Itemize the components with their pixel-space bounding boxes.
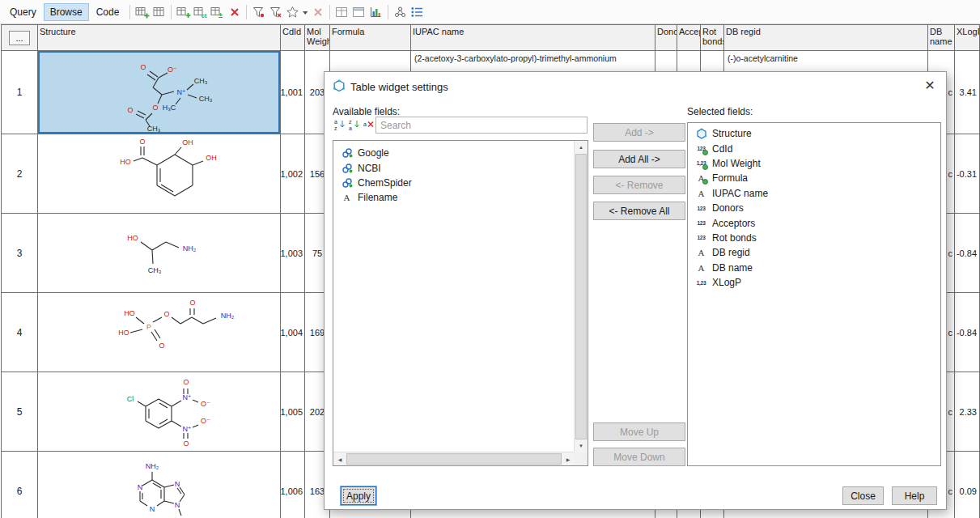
vertical-scrollbar[interactable]: ▲ ▼ — [574, 141, 588, 452]
svg-text:O: O — [159, 342, 164, 350]
selected-field-item[interactable]: A DB name — [688, 261, 940, 275]
structure-cell[interactable]: HO HO P O O O NH₂ — [38, 293, 281, 372]
row-number[interactable]: 4 — [2, 293, 38, 372]
add-all-button[interactable]: Add All -> — [593, 150, 685, 168]
remove-field-icon[interactable] — [226, 4, 243, 20]
new-table-icon[interactable] — [134, 4, 151, 20]
filter-icon[interactable] — [250, 4, 267, 20]
available-field-item[interactable]: A Filename — [333, 190, 575, 205]
calculated-field-icon[interactable]: ct — [192, 4, 209, 20]
row-number[interactable]: 6 — [2, 452, 38, 518]
edit-fields-icon[interactable]: ± — [209, 4, 226, 20]
cdid-cell[interactable]: 1,004 — [281, 293, 305, 372]
available-field-item[interactable]: ChemSpider — [333, 176, 575, 190]
scroll-left-icon[interactable]: ◀ — [333, 452, 346, 465]
selected-fields-list[interactable]: Structure 123 CdId 1,23 Mol Weight A For… — [687, 122, 941, 466]
toolbar-separator — [246, 5, 247, 19]
available-field-item[interactable]: NCBI — [333, 160, 575, 175]
xlogp-cell[interactable]: -0.31 — [955, 134, 980, 214]
selected-field-item[interactable]: 1,23 Mol Weight — [688, 156, 940, 171]
search-input[interactable] — [375, 117, 588, 134]
field-label: Structure — [712, 128, 752, 139]
svg-text:H₃C: H₃C — [162, 104, 176, 112]
column-header-structure[interactable]: Structure — [38, 25, 281, 51]
column-header-mol-weight[interactable]: Mol Weight — [305, 25, 330, 51]
row-number[interactable]: 5 — [2, 372, 38, 452]
xlogp-cell[interactable]: -0.84 — [955, 214, 980, 293]
tab-browse[interactable]: Browse — [44, 3, 89, 21]
clear-sort-icon[interactable]: a — [362, 117, 375, 131]
column-header-formula[interactable]: Formula — [330, 25, 411, 51]
selected-field-item[interactable]: 123 Rot bonds — [688, 231, 940, 245]
svg-text:O: O — [139, 138, 145, 146]
column-header-db-name[interactable]: DB name — [928, 25, 955, 51]
scrollbar-thumb[interactable] — [346, 453, 562, 465]
structure-cell[interactable]: O HO OH OH — [38, 134, 281, 214]
close-button[interactable]: Close — [842, 486, 884, 505]
svg-text:a: a — [349, 125, 352, 131]
available-fields-list[interactable]: Google NCBI ChemSpider A Filename ▲ ▼ ◀ … — [333, 140, 588, 466]
svg-text:CH₃: CH₃ — [147, 266, 161, 274]
form-view-icon[interactable] — [350, 4, 367, 20]
table-options-button[interactable]: ... — [9, 31, 30, 45]
favorites-icon[interactable] — [284, 4, 301, 20]
dialog-close-icon[interactable]: ✕ — [920, 76, 940, 96]
column-header-xlogp[interactable]: XLogP — [955, 25, 980, 51]
horizontal-scrollbar[interactable]: ◀ ▶ — [333, 452, 575, 465]
structure-browser-icon[interactable] — [392, 4, 409, 20]
column-header-cdid[interactable]: CdId — [281, 25, 305, 51]
svg-text:O: O — [183, 378, 189, 386]
cdid-cell[interactable]: 1,001 — [281, 51, 305, 134]
tab-code[interactable]: Code — [90, 3, 126, 21]
open-table-icon[interactable] — [151, 4, 168, 20]
available-field-item[interactable]: Google — [333, 146, 575, 160]
scroll-up-icon[interactable]: ▲ — [575, 141, 588, 154]
cdid-cell[interactable]: 1,006 — [281, 452, 305, 518]
structure-cell[interactable]: Cl N⁺ O O⁻ N⁺ O O⁻ — [38, 372, 281, 452]
selected-field-item[interactable]: A Formula — [688, 171, 940, 185]
scroll-right-icon[interactable]: ▶ — [562, 452, 575, 465]
field-label: Google — [358, 147, 389, 159]
tab-query[interactable]: Query — [3, 3, 43, 21]
sort-ascending-icon[interactable]: az — [333, 117, 346, 131]
column-header-db-regid[interactable]: DB regid — [724, 25, 928, 51]
column-header-iupac-name[interactable]: IUPAC name — [411, 25, 655, 51]
structure-cell[interactable]: N N N N NH₂ — [38, 452, 281, 518]
scroll-down-icon[interactable]: ▼ — [575, 439, 588, 452]
cdid-cell[interactable]: 1,002 — [281, 134, 305, 214]
column-header-rot-bonds[interactable]: Rot bonds — [701, 25, 724, 51]
chart-view-icon[interactable] — [367, 4, 384, 20]
xlogp-cell[interactable]: 3.41 — [955, 51, 980, 134]
selected-field-item[interactable]: 1,23 XLogP — [688, 275, 940, 290]
column-header-donors[interactable]: Donors — [655, 25, 677, 51]
grid-view-icon[interactable] — [333, 4, 350, 20]
add-filter-icon[interactable] — [267, 4, 284, 20]
decimal-key-field-icon: 1,23 — [694, 158, 708, 169]
xlogp-cell[interactable]: 0.09 — [955, 452, 980, 518]
column-header-acceptors[interactable]: Acceptors — [677, 25, 701, 51]
cdid-cell[interactable]: 1,003 — [281, 214, 305, 293]
xlogp-cell[interactable]: 2.33 — [955, 372, 980, 452]
structure-cell[interactable]: HO NH₂ CH₃ — [38, 214, 281, 293]
row-number[interactable]: 3 — [2, 214, 38, 293]
selected-field-item[interactable]: 123 Acceptors — [688, 215, 940, 230]
svg-text:HO: HO — [118, 329, 129, 337]
selected-field-item[interactable]: 123 Donors — [688, 201, 940, 215]
structure-cell[interactable]: O⁻ O N⁺ CH₃ CH₃ H₃C O O CH₃ — [38, 51, 281, 134]
row-number[interactable]: 1 — [2, 51, 38, 134]
apply-button[interactable]: Apply — [341, 486, 376, 505]
favorites-dropdown-icon[interactable] — [301, 4, 309, 20]
selected-field-item[interactable]: A IUPAC name — [688, 186, 940, 201]
scrollbar-thumb[interactable] — [575, 154, 587, 439]
xlogp-cell[interactable]: -0.84 — [955, 293, 980, 372]
help-button[interactable]: Help — [892, 486, 937, 505]
cdid-cell[interactable]: 1,005 — [281, 372, 305, 452]
remove-all-button[interactable]: <- Remove All — [593, 202, 685, 220]
sort-descending-icon[interactable]: za — [347, 117, 361, 131]
selected-field-item[interactable]: A DB regid — [688, 245, 940, 260]
add-field-icon[interactable] — [175, 4, 192, 20]
selected-field-item[interactable]: Structure — [688, 126, 940, 141]
list-widget-icon[interactable] — [409, 4, 426, 20]
row-number[interactable]: 2 — [2, 134, 38, 214]
selected-field-item[interactable]: 123 CdId — [688, 141, 940, 155]
